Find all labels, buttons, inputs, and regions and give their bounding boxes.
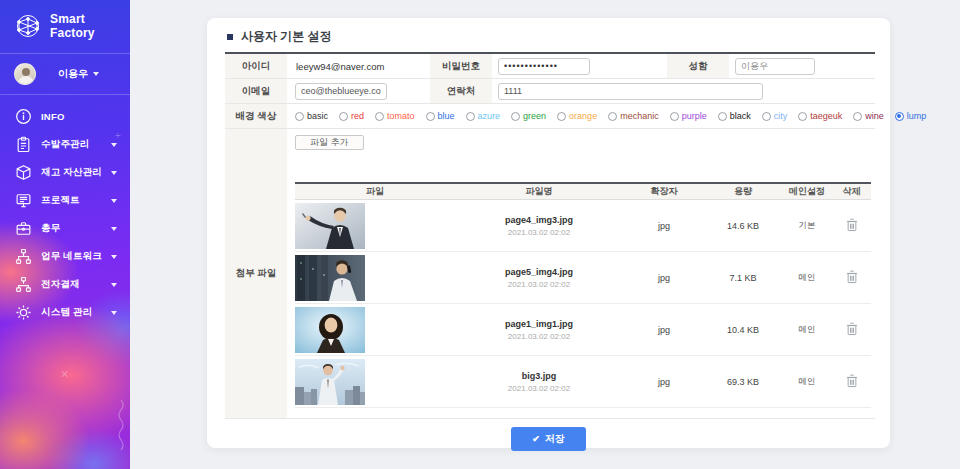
file-table-header: 파일 파일명 확장자 용량 메인설정 삭제 [295, 182, 871, 200]
email-field[interactable] [295, 83, 387, 100]
file-ext: jpg [623, 325, 705, 335]
file-thumbnail[interactable] [295, 255, 365, 301]
divider [0, 53, 130, 54]
radio-icon[interactable] [466, 112, 475, 121]
radio-icon[interactable] [762, 112, 771, 121]
bg-color-option-red[interactable]: red [339, 111, 364, 121]
bg-color-option-label: basic [307, 111, 328, 121]
bg-color-option-tomato[interactable]: tomato [375, 111, 415, 121]
radio-icon[interactable] [339, 112, 348, 121]
save-button[interactable]: ✔ 저장 [511, 427, 586, 451]
sidebar-item-general-affairs[interactable]: 총무 [0, 215, 130, 243]
radio-selected-icon[interactable] [895, 112, 904, 121]
file-name: big3.jpg [455, 371, 623, 381]
title-bullet-icon [227, 34, 233, 40]
divider [0, 94, 130, 95]
radio-icon[interactable] [608, 112, 617, 121]
file-table-row: page4_img3.jpg 2021.03.02 02:02 jpg 14.6… [295, 200, 871, 252]
radio-icon[interactable] [557, 112, 566, 121]
header-ext: 확장자 [623, 185, 705, 198]
radio-icon[interactable] [718, 112, 727, 121]
file-date: 2021.03.02 02:02 [455, 384, 623, 393]
form-row-bg-color: 배경 색상 basicredtomatoblueazuregreenorange… [225, 104, 875, 129]
file-name: page4_img3.jpg [455, 215, 623, 225]
email-label: 이메일 [225, 79, 287, 103]
sidebar-item-orders[interactable]: 수발주관리 [0, 131, 130, 159]
bg-color-option-green[interactable]: green [511, 111, 546, 121]
user-settings-form: 아이디 leeyw94@naver.com 비밀번호 성함 이메일 연락처 [225, 52, 875, 419]
radio-icon[interactable] [375, 112, 384, 121]
info-icon [15, 108, 32, 125]
main-setting-toggle[interactable]: 메인 [799, 376, 816, 386]
caret-down-icon [111, 171, 117, 175]
bg-color-option-orange[interactable]: orange [557, 111, 597, 121]
radio-icon[interactable] [426, 112, 435, 121]
caret-down-icon [111, 143, 117, 147]
gear-icon [15, 304, 32, 321]
file-thumbnail[interactable] [295, 359, 365, 405]
check-icon: ✔ [532, 434, 540, 444]
trash-icon[interactable] [846, 218, 858, 234]
cube-icon [15, 164, 32, 181]
bg-color-option-city[interactable]: city [762, 111, 788, 121]
password-label: 비밀번호 [430, 54, 492, 78]
file-ext: jpg [623, 377, 705, 387]
caret-down-icon [111, 199, 117, 203]
radio-icon[interactable] [853, 112, 862, 121]
sidebar-item-inventory[interactable]: 재고 자산관리 [0, 159, 130, 187]
file-size: 7.1 KB [705, 273, 781, 283]
sidebar-item-work-network[interactable]: 업무 네트워크 [0, 243, 130, 271]
trash-icon[interactable] [846, 270, 858, 286]
contact-field[interactable] [498, 83, 763, 100]
id-label: 아이디 [225, 54, 287, 78]
bg-color-option-purple[interactable]: purple [670, 111, 707, 121]
sidebar-nav: INFO 수발주관리 재고 자산관리 프로젝트 총무 [0, 103, 130, 327]
bg-color-option-azure[interactable]: azure [466, 111, 501, 121]
bg-color-option-label: tomato [387, 111, 415, 121]
bg-color-options: basicredtomatoblueazuregreenorangemechan… [287, 111, 926, 121]
name-field[interactable] [735, 58, 815, 75]
radio-icon[interactable] [670, 112, 679, 121]
bg-color-option-wine[interactable]: wine [853, 111, 884, 121]
file-date: 2021.03.02 02:02 [455, 332, 623, 341]
user-menu[interactable]: 이용우 [0, 56, 130, 92]
password-field[interactable] [498, 58, 590, 75]
add-file-button[interactable]: 파일 추가 [295, 135, 364, 150]
bg-color-option-basic[interactable]: basic [295, 111, 328, 121]
form-row-email: 이메일 연락처 [225, 79, 875, 104]
bg-color-option-label: wine [865, 111, 884, 121]
name-label: 성함 [667, 54, 729, 78]
attachment-label: 첨부 파일 [225, 129, 287, 418]
app-root: Smart Factory 이용우 INFO 수발주관리 [0, 0, 960, 469]
brand-logo[interactable]: Smart Factory [0, 0, 130, 51]
sidebar-item-system[interactable]: 시스템 관리 [0, 299, 130, 327]
file-table-row: page5_img4.jpg 2021.03.02 02:02 jpg 7.1 … [295, 252, 871, 304]
header-size: 용량 [705, 185, 781, 198]
radio-icon[interactable] [511, 112, 520, 121]
trash-icon[interactable] [846, 322, 858, 338]
file-thumbnail[interactable] [295, 307, 365, 353]
bg-color-option-mechanic[interactable]: mechanic [608, 111, 659, 121]
decorative-plus: + [115, 130, 121, 141]
sidebar-item-e-approval[interactable]: 전자결재 [0, 271, 130, 299]
main-setting-toggle[interactable]: 메인 [799, 272, 816, 282]
bg-color-option-black[interactable]: black [718, 111, 751, 121]
file-ext: jpg [623, 221, 705, 231]
caret-down-icon [111, 311, 117, 315]
bg-color-option-taegeuk[interactable]: taegeuk [798, 111, 842, 121]
radio-icon[interactable] [798, 112, 807, 121]
trash-icon[interactable] [846, 374, 858, 390]
radio-icon[interactable] [295, 112, 304, 121]
save-row: ✔ 저장 [207, 427, 890, 451]
main-setting-toggle[interactable]: 메인 [799, 324, 816, 334]
user-avatar[interactable] [14, 63, 36, 85]
sidebar-item-info[interactable]: INFO [0, 103, 130, 131]
sidebar-item-project[interactable]: 프로젝트 [0, 187, 130, 215]
caret-down-icon [93, 72, 99, 76]
main-setting-toggle[interactable]: 기본 [799, 220, 816, 230]
file-ext: jpg [623, 273, 705, 283]
file-size: 10.4 KB [705, 325, 781, 335]
file-thumbnail[interactable] [295, 203, 365, 249]
bg-color-option-lump[interactable]: lump [895, 111, 927, 121]
bg-color-option-blue[interactable]: blue [426, 111, 455, 121]
